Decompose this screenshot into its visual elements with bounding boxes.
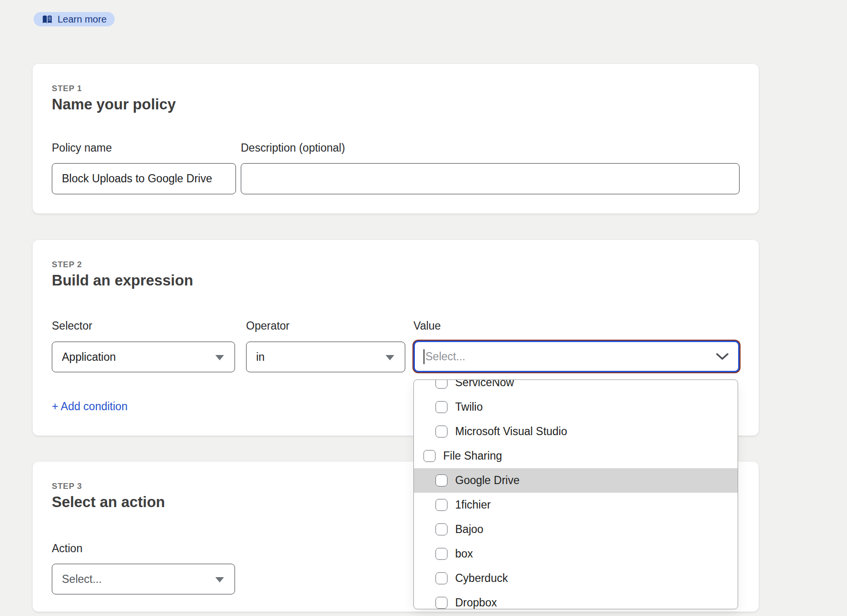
option-checkbox[interactable] — [435, 548, 447, 560]
operator-select-value: in — [256, 351, 265, 364]
value-combobox[interactable] — [413, 341, 740, 372]
option-label: Microsoft Visual Studio — [455, 425, 567, 438]
dropdown-option[interactable]: Bajoo — [414, 517, 738, 542]
dropdown-option[interactable]: 1fichier — [414, 493, 738, 517]
value-input[interactable] — [415, 342, 738, 371]
option-label: box — [455, 547, 473, 560]
policy-name-label: Policy name — [52, 142, 112, 154]
step1-title: Name your policy — [52, 95, 176, 115]
action-label: Action — [52, 542, 82, 555]
step1-eyebrow: STEP 1 — [52, 84, 82, 94]
dropdown-option[interactable]: Twilio — [414, 395, 738, 419]
option-checkbox[interactable] — [435, 597, 447, 609]
caret-down-icon — [215, 577, 224, 582]
value-label: Value — [413, 320, 441, 332]
option-label: Google Drive — [455, 474, 519, 487]
option-checkbox[interactable] — [435, 474, 447, 486]
caret-down-icon — [215, 355, 224, 360]
policy-name-input[interactable] — [52, 163, 236, 194]
option-label: 1fichier — [455, 498, 491, 511]
chevron-down-icon — [716, 353, 729, 362]
policy-builder-screen: Learn more STEP 1 Name your policy Polic… — [0, 0, 847, 616]
step3-title: Select an action — [52, 492, 165, 512]
dropdown-option[interactable]: box — [414, 542, 738, 566]
option-label: File Sharing — [443, 450, 502, 462]
step2-title: Build an expression — [52, 271, 193, 291]
action-select-placeholder: Select... — [62, 573, 102, 586]
option-checkbox[interactable] — [435, 523, 447, 535]
option-label: Bajoo — [455, 523, 483, 536]
option-checkbox[interactable] — [435, 572, 447, 584]
description-label: Description (optional) — [241, 142, 345, 154]
text-cursor — [424, 349, 424, 364]
dropdown-option[interactable]: Google Drive — [414, 468, 738, 493]
step2-eyebrow: STEP 2 — [52, 260, 82, 270]
option-label: ServiceNow — [455, 379, 514, 389]
dropdown-option[interactable]: ServiceNow — [414, 379, 738, 395]
add-condition-link[interactable]: + Add condition — [52, 400, 128, 413]
option-checkbox[interactable] — [435, 426, 447, 438]
selector-select-value: Application — [62, 351, 116, 364]
dropdown-option[interactable]: File Sharing — [414, 444, 738, 468]
option-checkbox[interactable] — [435, 401, 447, 413]
caret-down-icon — [386, 355, 394, 360]
action-select[interactable]: Select... — [52, 564, 235, 594]
selector-label: Selector — [52, 320, 92, 332]
option-label: Twilio — [455, 401, 483, 414]
book-icon — [42, 15, 53, 24]
step1-card: STEP 1 Name your policy Policy name Desc… — [33, 64, 759, 213]
dropdown-option[interactable]: Cyberduck — [414, 566, 738, 591]
value-dropdown-menu: ServiceNow Twilio Microsoft Visual Studi… — [413, 379, 738, 609]
learn-more-label: Learn more — [58, 14, 106, 25]
operator-label: Operator — [246, 320, 290, 332]
dropdown-option[interactable]: Dropbox — [414, 591, 738, 609]
step3-eyebrow: STEP 3 — [52, 482, 82, 491]
learn-more-button[interactable]: Learn more — [34, 12, 115, 26]
description-input[interactable] — [241, 163, 740, 194]
option-checkbox[interactable] — [424, 450, 435, 462]
option-checkbox[interactable] — [435, 499, 447, 511]
operator-select[interactable]: in — [246, 342, 405, 372]
selector-select[interactable]: Application — [52, 342, 235, 372]
dropdown-option[interactable]: Microsoft Visual Studio — [414, 419, 738, 444]
option-label: Cyberduck — [455, 572, 508, 585]
option-checkbox[interactable] — [435, 379, 447, 389]
option-label: Dropbox — [455, 596, 497, 609]
